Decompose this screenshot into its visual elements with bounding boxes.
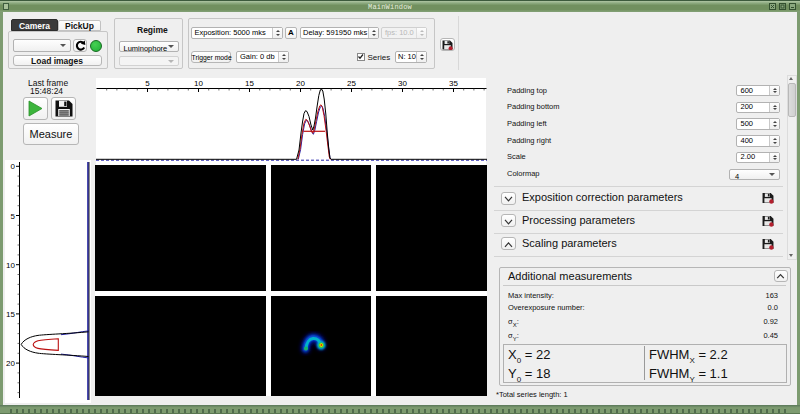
svg-text:5: 5 <box>11 212 16 221</box>
svg-text:15: 15 <box>6 310 15 319</box>
svg-text:0: 0 <box>11 162 16 171</box>
svg-text:25: 25 <box>347 79 356 88</box>
svg-text:30: 30 <box>398 79 407 88</box>
svg-text:15: 15 <box>245 79 254 88</box>
svg-text:35: 35 <box>449 79 458 88</box>
svg-text:20: 20 <box>6 359 15 368</box>
svg-text:10: 10 <box>6 261 15 270</box>
svg-text:5: 5 <box>145 79 150 88</box>
svg-text:10: 10 <box>194 79 203 88</box>
svg-text:20: 20 <box>296 79 305 88</box>
